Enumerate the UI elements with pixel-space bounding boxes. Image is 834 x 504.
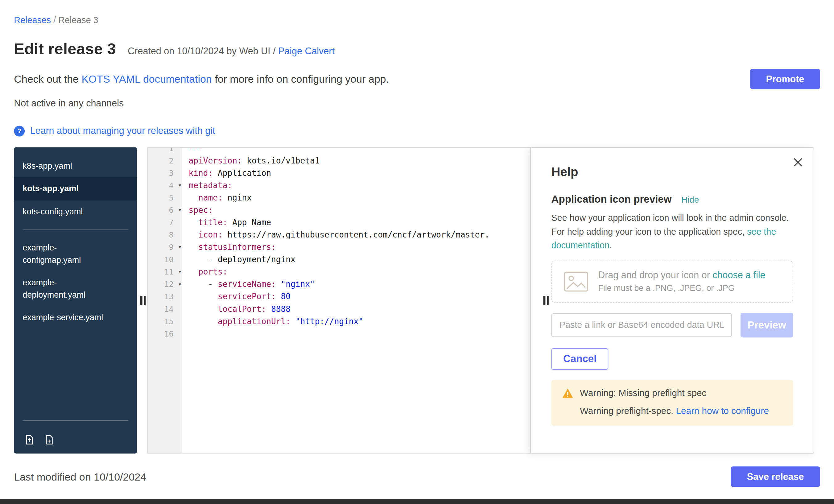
sidebar-item-label: kots-config.yaml — [23, 206, 83, 218]
line-number: 8 — [148, 231, 182, 239]
footer: Last modified on 10/10/2024 Save release — [14, 466, 820, 487]
code-text: spec: — [182, 205, 213, 215]
code-text: title: App Name — [182, 217, 271, 227]
sidebar-resize-handle[interactable] — [140, 296, 146, 305]
editor-line[interactable]: 10 - deployment/nginx — [148, 253, 530, 266]
editor-line[interactable]: 3kind: Application — [148, 167, 530, 179]
fold-arrow-icon[interactable]: ▾ — [179, 269, 181, 274]
editor-line[interactable]: 15 applicationUrl: "http://nginx" — [148, 315, 530, 327]
line-number: 2 — [148, 156, 182, 165]
question-circle-icon: ? — [14, 126, 25, 136]
editor-line[interactable]: 12▾ - serviceName: "nginx" — [148, 278, 530, 290]
save-release-button[interactable]: Save release — [731, 466, 820, 487]
icon-dropzone[interactable]: Drag and drop your icon or choose a file… — [551, 260, 793, 302]
editor-line[interactable]: 14 localPort: 8888 — [148, 303, 530, 315]
sidebar-item-file[interactable]: example-configmap.yaml — [14, 237, 137, 271]
hide-link[interactable]: Hide — [681, 195, 699, 204]
dropzone-text: Drag and drop your icon or choose a file… — [598, 270, 765, 293]
code-text: apiVersion: kots.io/v1beta1 — [182, 155, 320, 165]
learn-configure-link[interactable]: Learn how to configure — [676, 406, 769, 416]
sidebar-item-file[interactable]: kots-config.yaml — [14, 200, 137, 223]
doc-text-prefix: Check out the — [14, 73, 82, 85]
choose-file-link[interactable]: choose a file — [712, 270, 765, 281]
editor-line[interactable]: 7 title: App Name — [148, 216, 530, 228]
help-panel-resize-handle[interactable] — [543, 296, 548, 305]
line-number: 11▾ — [148, 267, 182, 276]
sidebar-file-list: k8s-app.yamlkots-app.yamlkots-config.yam… — [14, 155, 137, 223]
warning-triangle-icon — [562, 388, 573, 398]
preflight-warning-box: Warning: Missing preflight spec Warning … — [551, 380, 793, 425]
editor-line[interactable]: 9▾ statusInformers: — [148, 241, 530, 253]
line-number: 14 — [148, 304, 182, 313]
line-number: 3 — [148, 169, 182, 177]
sidebar-item-file[interactable]: example-service.yaml — [14, 307, 137, 329]
line-number-text: 7 — [169, 218, 174, 226]
editor-line[interactable]: 6▾spec: — [148, 203, 530, 216]
editor-line[interactable]: 16 — [148, 327, 530, 339]
editor-lines: 1---2apiVersion: kots.io/v1beta13kind: A… — [148, 147, 530, 339]
code-text: applicationUrl: "http://nginx" — [182, 316, 363, 326]
git-help-row[interactable]: ? Learn about managing your releases wit… — [14, 125, 820, 137]
line-number: 6▾ — [148, 205, 182, 214]
line-number-text: 1 — [169, 147, 174, 152]
editor-line[interactable]: 2apiVersion: kots.io/v1beta1 — [148, 154, 530, 167]
editor-line[interactable]: 5 name: nginx — [148, 191, 530, 203]
line-number-text: 10 — [164, 255, 173, 264]
preview-button[interactable]: Preview — [741, 312, 793, 337]
promote-button[interactable]: Promote — [750, 69, 820, 89]
created-author-link[interactable]: Paige Calvert — [278, 46, 335, 57]
upload-file-icon[interactable] — [24, 434, 35, 446]
breadcrumb-current: Release 3 — [58, 15, 98, 25]
dropzone-line2: File must be a .PNG, .JPEG, or .JPG — [598, 283, 765, 293]
code-text: name: nginx — [182, 193, 252, 202]
editor-line[interactable]: 4▾metadata: — [148, 179, 530, 191]
line-number-text: 6 — [169, 205, 174, 214]
warning-body: Warning preflight-spec. — [580, 406, 676, 416]
workspace: k8s-app.yamlkots-app.yamlkots-config.yam… — [14, 147, 820, 454]
sidebar-bottom-divider — [23, 420, 128, 421]
sidebar-item-file[interactable]: example-deployment.yaml — [14, 271, 137, 306]
edit-release-page: Releases / Release 3 Edit release 3 Crea… — [0, 0, 834, 504]
sidebar-item-file[interactable]: k8s-app.yaml — [14, 155, 137, 178]
close-icon[interactable] — [793, 157, 803, 167]
icon-preview-description: See how your application icon will look … — [551, 211, 793, 253]
code-text: --- — [182, 147, 203, 153]
editor-line[interactable]: 8 icon: https://raw.githubusercontent.co… — [148, 228, 530, 241]
sidebar-bottom — [14, 414, 137, 454]
fold-arrow-icon[interactable]: ▾ — [179, 207, 181, 212]
line-number: 16 — [148, 329, 182, 338]
line-number: 15 — [148, 317, 182, 325]
line-number-text: 11 — [164, 267, 173, 276]
editor-line[interactable]: 13 servicePort: 80 — [148, 290, 530, 303]
page-title: Edit release 3 — [14, 40, 116, 58]
editor-line[interactable]: 1--- — [148, 147, 530, 154]
fold-arrow-icon[interactable]: ▾ — [179, 244, 181, 249]
add-file-icon[interactable] — [43, 434, 55, 446]
editor-line[interactable]: 11▾ ports: — [148, 266, 530, 278]
file-sidebar: k8s-app.yamlkots-app.yamlkots-config.yam… — [14, 147, 137, 454]
code-text: statusInformers: — [182, 242, 276, 252]
line-number-text: 2 — [169, 156, 174, 165]
line-number-text: 13 — [164, 292, 173, 301]
fold-arrow-icon[interactable]: ▾ — [179, 281, 181, 287]
line-number: 9▾ — [148, 243, 182, 251]
created-text: Created on 10/10/2024 by Web UI / — [128, 46, 278, 57]
help-panel: Help Application icon preview Hide See h… — [530, 147, 814, 454]
code-text: servicePort: 80 — [182, 291, 290, 301]
cancel-button[interactable]: Cancel — [551, 348, 609, 370]
yaml-editor[interactable]: 1---2apiVersion: kots.io/v1beta13kind: A… — [147, 147, 531, 454]
icon-preview-title: Application icon preview — [551, 193, 672, 205]
warning-title-row: Warning: Missing preflight spec — [562, 388, 782, 398]
sidebar-divider — [23, 230, 128, 231]
fold-arrow-icon[interactable]: ▾ — [179, 182, 181, 188]
breadcrumb: Releases / Release 3 — [14, 15, 820, 25]
line-number: 1 — [148, 147, 182, 152]
breadcrumb-releases-link[interactable]: Releases — [14, 15, 51, 25]
kots-yaml-doc-link[interactable]: KOTS YAML documentation — [82, 73, 212, 85]
sidebar-item-label: example-deployment.yaml — [23, 277, 111, 301]
icon-url-input[interactable] — [551, 313, 732, 337]
code-text: - serviceName: "nginx" — [182, 279, 315, 289]
description-suffix: . — [610, 240, 612, 250]
sidebar-item-file[interactable]: kots-app.yaml — [14, 178, 137, 200]
git-help-link[interactable]: Learn about managing your releases with … — [30, 125, 215, 137]
